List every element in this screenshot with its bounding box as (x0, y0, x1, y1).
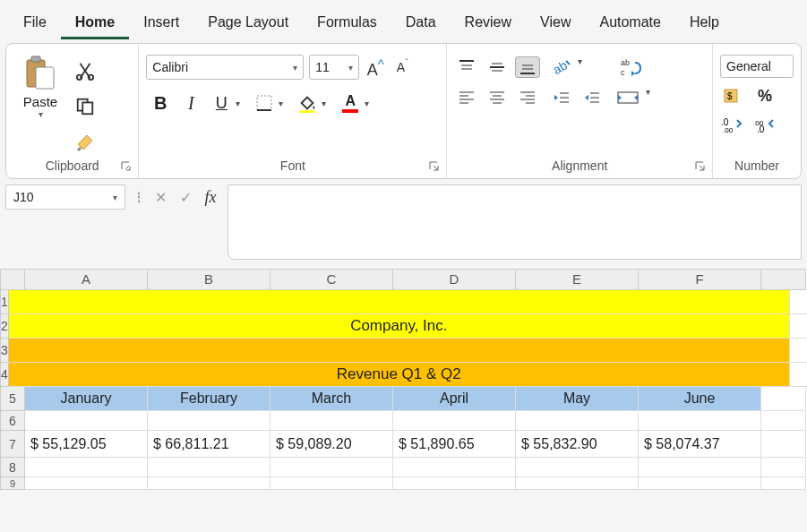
font-color-button[interactable]: A (336, 89, 365, 117)
align-left-button[interactable] (454, 87, 479, 108)
borders-dropdown[interactable]: ▾ (279, 99, 288, 108)
align-bottom-button[interactable] (515, 56, 540, 78)
cell-value[interactable]: $ 59,089.20 (270, 431, 393, 458)
orientation-dropdown[interactable]: ▾ (578, 56, 587, 78)
align-middle-button[interactable] (485, 56, 510, 78)
cell[interactable] (790, 314, 807, 339)
tab-data[interactable]: Data (391, 4, 451, 39)
cell[interactable] (148, 477, 270, 490)
cell-value[interactable]: $ 55,832.90 (516, 431, 639, 458)
increase-indent-button[interactable] (579, 87, 605, 108)
col-header-c[interactable]: C (270, 269, 393, 290)
font-launcher[interactable] (428, 160, 441, 173)
row-header-4[interactable]: 4 (0, 363, 9, 387)
tab-page-layout[interactable]: Page Layout (193, 4, 303, 39)
cell[interactable] (761, 477, 806, 490)
insert-function-button[interactable]: fx (201, 187, 220, 207)
cell-month[interactable]: May (516, 387, 639, 411)
cell-subtitle[interactable]: Revenue Q1 & Q2 (9, 363, 790, 387)
cell-month[interactable]: February (148, 387, 270, 411)
cell[interactable] (148, 458, 270, 477)
cell-company-title[interactable]: Company, Inc. (9, 314, 790, 339)
cell[interactable] (270, 411, 393, 431)
row-header-8[interactable]: 8 (0, 458, 25, 477)
accounting-format-button[interactable]: $ (720, 85, 745, 107)
cell[interactable] (393, 411, 516, 431)
cell[interactable] (393, 458, 516, 477)
font-size-select[interactable]: 11▾ (309, 55, 359, 80)
cell[interactable] (516, 477, 639, 490)
col-header-d[interactable]: D (393, 269, 516, 290)
cell-month[interactable]: April (393, 387, 516, 411)
cell[interactable] (639, 477, 761, 490)
cell[interactable] (761, 431, 806, 458)
select-all-corner[interactable] (0, 269, 25, 290)
cell[interactable] (790, 363, 807, 387)
italic-button[interactable]: I (176, 89, 205, 117)
cell-month[interactable]: March (270, 387, 393, 411)
number-format-select[interactable]: General (720, 55, 794, 78)
tab-formulas[interactable]: Formulas (303, 4, 391, 39)
col-header-g[interactable] (761, 269, 806, 290)
cell[interactable] (148, 411, 270, 431)
clipboard-launcher[interactable] (120, 160, 133, 173)
cell[interactable] (516, 458, 639, 477)
decrease-indent-button[interactable] (549, 87, 574, 108)
wrap-text-button[interactable]: abc (614, 56, 649, 78)
tab-automate[interactable]: Automate (585, 4, 674, 39)
fill-color-dropdown[interactable]: ▾ (322, 99, 331, 108)
cell-merged-row1[interactable] (9, 290, 790, 314)
cell[interactable] (761, 387, 806, 411)
col-header-b[interactable]: B (148, 269, 270, 290)
col-header-e[interactable]: E (516, 269, 639, 290)
merge-dropdown[interactable]: ▾ (646, 87, 655, 108)
tab-help[interactable]: Help (675, 4, 734, 39)
increase-font-button[interactable]: A^ (365, 56, 386, 78)
tab-view[interactable]: View (526, 4, 585, 39)
underline-dropdown[interactable]: ▾ (236, 99, 245, 108)
row-header-9[interactable]: 9 (0, 477, 25, 490)
cut-button[interactable] (73, 58, 98, 83)
cancel-formula-button[interactable]: ✕ (150, 187, 170, 207)
merge-center-button[interactable] (614, 87, 642, 108)
row-header-5[interactable]: 5 (0, 387, 25, 411)
cell-value[interactable]: $ 58,074.37 (639, 431, 761, 458)
borders-button[interactable] (250, 89, 279, 117)
align-center-button[interactable] (485, 87, 510, 108)
decrease-decimal-button[interactable]: .00.0 (752, 114, 777, 135)
cell[interactable] (25, 411, 148, 431)
cell[interactable] (639, 411, 761, 431)
row-header-1[interactable]: 1 (0, 290, 9, 314)
col-header-a[interactable]: A (25, 269, 148, 290)
cell-month[interactable]: January (25, 387, 148, 411)
font-name-select[interactable]: Calibri▾ (146, 55, 304, 80)
cell[interactable] (790, 339, 807, 363)
tab-insert[interactable]: Insert (129, 4, 193, 39)
fill-color-button[interactable] (293, 89, 322, 117)
tab-home[interactable]: Home (61, 4, 129, 39)
bold-button[interactable]: B (146, 89, 175, 117)
percent-format-button[interactable]: % (752, 85, 777, 107)
cell[interactable] (761, 411, 806, 431)
cell-merged-row3[interactable] (9, 339, 790, 363)
cell[interactable] (25, 458, 148, 477)
paste-button[interactable]: Paste ▾ (13, 49, 67, 119)
row-header-6[interactable]: 6 (0, 411, 25, 431)
underline-button[interactable]: U (207, 89, 236, 117)
format-painter-button[interactable] (73, 130, 98, 155)
namebox-dropdown-icon[interactable]: ▾ (113, 193, 117, 202)
cell[interactable] (790, 290, 807, 314)
name-box[interactable]: J10▾ (5, 184, 125, 210)
align-top-button[interactable] (454, 56, 479, 78)
tab-review[interactable]: Review (451, 4, 526, 39)
row-header-2[interactable]: 2 (0, 314, 9, 339)
cell-value[interactable]: $ 51,890.65 (393, 431, 516, 458)
cell[interactable] (761, 458, 806, 477)
enter-formula-button[interactable]: ✓ (176, 187, 195, 207)
cell-month[interactable]: June (639, 387, 761, 411)
cell[interactable] (270, 458, 393, 477)
tab-file[interactable]: File (9, 4, 61, 39)
formula-input[interactable] (228, 184, 802, 260)
font-color-dropdown[interactable]: ▾ (365, 99, 373, 108)
cell-value[interactable]: $ 66,811.21 (148, 431, 270, 458)
